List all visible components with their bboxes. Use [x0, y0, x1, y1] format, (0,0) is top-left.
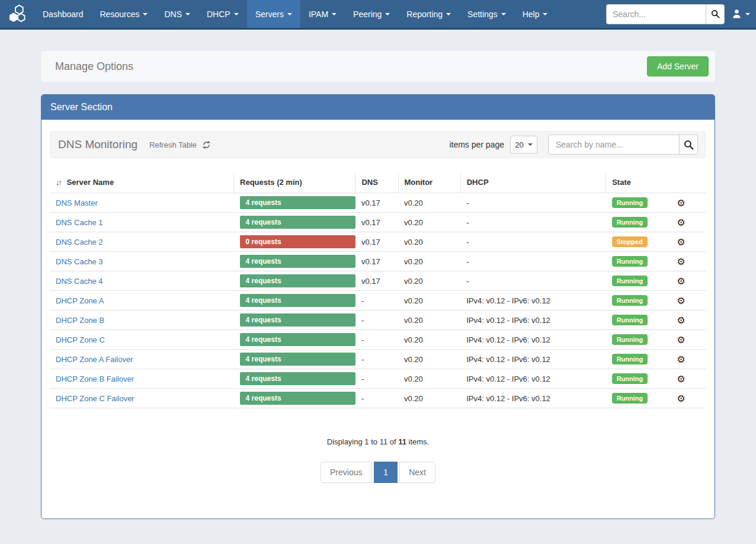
monitor-version-cell: v0.20	[398, 193, 460, 213]
manage-options-panel: Manage Options Add Server	[41, 51, 715, 82]
state-badge: Running	[612, 334, 648, 345]
table-search-input[interactable]	[548, 135, 680, 155]
table-row: DNS Cache 2 0 requests v0.17 v0.20 - Sto…	[50, 232, 706, 252]
nav-item-resources[interactable]: Resources	[92, 0, 156, 28]
table-search-button[interactable]	[679, 135, 698, 155]
dns-version-cell: -	[355, 311, 398, 330]
dhcp-version-cell: IPv4: v0.12 - IPv6: v0.12	[460, 389, 606, 408]
monitor-version-cell: v0.20	[398, 232, 460, 252]
nav-item-ipam[interactable]: IPAM	[300, 0, 345, 28]
requests-bar: 4 requests	[240, 294, 355, 307]
panel-body: DNS Monitoring Refresh Table items per p…	[41, 120, 715, 519]
settings-gear-icon[interactable]: ⚙	[677, 276, 685, 286]
requests-bar: 4 requests	[240, 274, 355, 287]
nav-item-label: Settings	[467, 9, 498, 19]
settings-gear-icon[interactable]: ⚙	[677, 237, 685, 247]
settings-gear-icon[interactable]: ⚙	[677, 393, 685, 404]
settings-gear-icon[interactable]: ⚙	[677, 315, 685, 325]
table-row: DHCP Zone A Failover 4 requests - v0.20 …	[50, 350, 706, 369]
settings-gear-icon[interactable]: ⚙	[677, 296, 685, 306]
nav-item-label: DHCP	[207, 9, 230, 19]
state-badge: Running	[612, 197, 648, 208]
server-name-link[interactable]: DNS Master	[56, 199, 98, 207]
panel-heading: Server Section	[41, 95, 715, 120]
nav-menu: Dashboard Resources DNS DHCP Servers IPA…	[34, 0, 556, 28]
nav-item-dashboard[interactable]: Dashboard	[34, 0, 92, 28]
server-name-link[interactable]: DNS Cache 3	[56, 257, 102, 266]
nav-item-label: Peering	[353, 9, 382, 19]
monitor-version-cell: v0.20	[398, 330, 460, 350]
table-row: DHCP Zone C Failover 4 requests - v0.20 …	[50, 389, 706, 408]
settings-gear-icon[interactable]: ⚙	[677, 198, 685, 208]
refresh-table-button[interactable]: Refresh Table	[149, 140, 211, 149]
add-server-button[interactable]: Add Server	[647, 56, 709, 76]
settings-gear-icon[interactable]: ⚙	[677, 354, 685, 364]
nav-item-servers[interactable]: Servers	[247, 0, 300, 28]
state-badge: Running	[612, 256, 648, 267]
state-badge: Running	[612, 315, 648, 325]
server-name-link[interactable]: DHCP Zone B	[56, 316, 104, 325]
monitor-version-cell: v0.20	[398, 291, 460, 311]
state-badge: Running	[612, 373, 648, 384]
results-summary: Displaying 1 to 11 of 11 items.	[50, 437, 706, 446]
settings-gear-icon[interactable]: ⚙	[677, 335, 685, 345]
nav-item-settings[interactable]: Settings	[459, 0, 514, 28]
settings-gear-icon[interactable]: ⚙	[677, 257, 685, 267]
navbar-search-button[interactable]	[706, 4, 725, 24]
top-navbar: Dashboard Resources DNS DHCP Servers IPA…	[0, 0, 756, 30]
monitor-version-cell: v0.20	[398, 252, 460, 271]
server-name-link[interactable]: DNS Cache 1	[56, 218, 102, 227]
table-row: DNS Master 4 requests v0.17 v0.20 - Runn…	[50, 193, 706, 213]
brand-logo[interactable]	[0, 0, 34, 28]
chevron-down-icon	[234, 13, 239, 15]
server-name-link[interactable]: DHCP Zone A Failover	[56, 355, 133, 364]
nav-item-label: Servers	[255, 9, 284, 19]
nav-item-peering[interactable]: Peering	[345, 0, 398, 28]
nav-item-reporting[interactable]: Reporting	[398, 0, 459, 28]
chevron-down-icon	[143, 13, 148, 15]
requests-bar: 4 requests	[240, 333, 355, 346]
pagination-previous-button[interactable]: Previous	[321, 462, 371, 483]
pagination: Previous 1 Next	[321, 462, 435, 483]
dns-version-cell: v0.17	[355, 232, 398, 252]
chevron-down-icon	[287, 13, 292, 15]
pagination-next-button[interactable]: Next	[399, 462, 435, 483]
server-name-link[interactable]: DHCP Zone C	[56, 335, 105, 344]
server-name-link[interactable]: DNS Cache 4	[56, 277, 102, 286]
dns-version-cell: -	[355, 291, 398, 311]
dhcp-version-cell: IPv4: v0.12 - IPv6: v0.12	[460, 291, 606, 311]
state-badge: Running	[612, 276, 648, 286]
dhcp-version-cell: IPv4: v0.12 - IPv6: v0.12	[460, 369, 606, 389]
column-header-server-name[interactable]: ↓↑ Server Name	[50, 173, 234, 193]
table-row: DNS Cache 4 4 requests v0.17 v0.20 - Run…	[50, 271, 706, 291]
table-row: DHCP Zone A 4 requests - v0.20 IPv4: v0.…	[50, 291, 706, 311]
items-per-page-value: 20	[515, 140, 523, 149]
column-header-dhcp: DHCP	[460, 173, 606, 193]
server-name-link[interactable]: DHCP Zone B Failover	[56, 375, 134, 383]
nav-item-help[interactable]: Help	[514, 0, 556, 28]
dns-version-cell: v0.17	[355, 271, 398, 291]
nav-item-dns[interactable]: DNS	[156, 0, 198, 28]
hexagon-cluster-icon	[8, 4, 27, 24]
table-row: DNS Cache 3 4 requests v0.17 v0.20 - Run…	[50, 252, 706, 271]
dhcp-version-cell: -	[460, 213, 606, 232]
nav-item-label: DNS	[164, 9, 182, 19]
column-header-requests: Requests (2 min)	[234, 173, 355, 193]
server-name-link[interactable]: DHCP Zone C Failover	[56, 394, 134, 403]
settings-gear-icon[interactable]: ⚙	[677, 217, 685, 228]
state-badge: Running	[612, 393, 648, 404]
dns-version-cell: v0.17	[355, 252, 398, 271]
table-row: DHCP Zone C 4 requests - v0.20 IPv4: v0.…	[50, 330, 706, 350]
user-menu[interactable]	[732, 9, 750, 19]
items-per-page-select[interactable]: 20	[510, 136, 537, 153]
table-row: DHCP Zone B 4 requests - v0.20 IPv4: v0.…	[50, 311, 706, 330]
server-name-link[interactable]: DHCP Zone A	[56, 296, 104, 305]
server-name-link[interactable]: DNS Cache 2	[56, 238, 102, 247]
dns-version-cell: -	[355, 350, 398, 369]
pagination-page-1-button[interactable]: 1	[374, 462, 398, 483]
dhcp-version-cell: -	[460, 193, 606, 213]
nav-item-dhcp[interactable]: DHCP	[198, 0, 247, 28]
settings-gear-icon[interactable]: ⚙	[677, 374, 685, 384]
dns-version-cell: -	[355, 330, 398, 350]
navbar-search-input[interactable]	[606, 4, 706, 24]
